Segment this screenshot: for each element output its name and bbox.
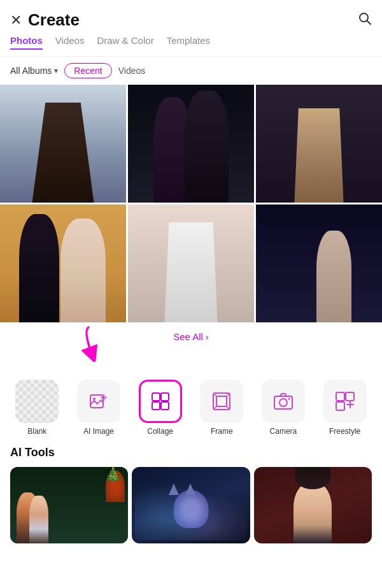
camera-label: Camera: [270, 427, 297, 436]
svg-rect-18: [346, 392, 354, 401]
search-icon[interactable]: [358, 11, 372, 29]
frame-label: Frame: [211, 427, 233, 436]
tool-freestyle[interactable]: Freestyle: [323, 380, 367, 436]
freestyle-icon-box: [323, 380, 367, 423]
svg-line-1: [367, 20, 371, 24]
tool-ai-image[interactable]: AI Image: [77, 380, 120, 436]
camera-icon-box: [262, 380, 305, 423]
ai-tools-title: AI Tools: [10, 446, 372, 459]
svg-rect-7: [161, 402, 169, 410]
page-title: Create: [28, 10, 80, 30]
frame-icon-box: [200, 380, 243, 423]
nav-tabs: Photos Videos Draw & Color Templates: [0, 35, 382, 57]
ai-tool-card-2[interactable]: [132, 467, 250, 543]
photo-cell-6[interactable]: [256, 204, 382, 322]
tool-collage[interactable]: Collage: [139, 380, 182, 436]
ai-image-icon-box: [77, 380, 120, 423]
svg-point-3: [93, 398, 96, 400]
see-all-section: See All ›: [0, 322, 382, 373]
photo-grid: [0, 85, 382, 322]
videos-filter[interactable]: Videos: [118, 66, 146, 76]
photo-cell-1[interactable]: [0, 85, 126, 203]
tools-row: Blank AI Image Collage: [0, 373, 382, 436]
blank-label: Blank: [27, 427, 46, 436]
photo-cell-2[interactable]: [128, 85, 254, 203]
ai-tools-section: AI Tools 🎄: [0, 436, 382, 543]
ai-tools-grid: 🎄: [10, 467, 372, 543]
photo-cell-4[interactable]: [0, 204, 126, 322]
freestyle-label: Freestyle: [329, 427, 360, 436]
svg-rect-6: [152, 402, 160, 410]
ai-image-label: AI Image: [83, 427, 114, 436]
tab-templates[interactable]: Templates: [167, 35, 210, 50]
chevron-down-icon: ▾: [54, 66, 58, 75]
tool-camera[interactable]: Camera: [262, 380, 305, 436]
see-all-chevron: ›: [206, 331, 209, 342]
header: ✕ Create: [0, 0, 382, 35]
photo-scene-4: [0, 204, 126, 322]
svg-point-16: [288, 398, 290, 400]
photo-scene-2: [128, 85, 254, 203]
svg-point-15: [279, 399, 287, 406]
filter-bar: All Albums ▾ Recent Videos: [0, 57, 382, 85]
arrow-annotation: [70, 324, 121, 364]
all-albums-label: All Albums: [10, 66, 52, 76]
photo-cell-5[interactable]: [128, 204, 254, 322]
header-left: ✕ Create: [10, 10, 80, 30]
blank-icon-box: [15, 380, 59, 423]
tool-frame[interactable]: Frame: [200, 380, 243, 436]
svg-rect-17: [336, 392, 344, 401]
tab-photos[interactable]: Photos: [10, 35, 43, 50]
close-icon[interactable]: ✕: [10, 12, 22, 29]
see-all-row: See All ›: [0, 322, 382, 348]
svg-rect-4: [152, 393, 160, 401]
photo-scene-3: [256, 85, 382, 203]
recent-filter[interactable]: Recent: [64, 63, 111, 78]
svg-rect-9: [216, 396, 227, 406]
see-all-link[interactable]: See All: [173, 331, 203, 342]
collage-icon-box: [139, 380, 182, 423]
photo-scene-5: [128, 204, 254, 322]
tab-draw-color[interactable]: Draw & Color: [97, 35, 153, 50]
photo-scene-1: [0, 85, 126, 203]
collage-label: Collage: [147, 427, 173, 436]
ai-tool-card-1[interactable]: 🎄: [10, 467, 128, 543]
photo-cell-3[interactable]: [256, 85, 382, 203]
tab-videos[interactable]: Videos: [55, 35, 85, 50]
svg-rect-5: [161, 393, 169, 401]
all-albums-dropdown[interactable]: All Albums ▾: [10, 66, 58, 76]
ai-tool-card-3[interactable]: [254, 467, 372, 543]
tool-blank[interactable]: Blank: [15, 380, 59, 436]
photo-scene-6: [256, 204, 382, 322]
svg-rect-19: [336, 402, 344, 410]
